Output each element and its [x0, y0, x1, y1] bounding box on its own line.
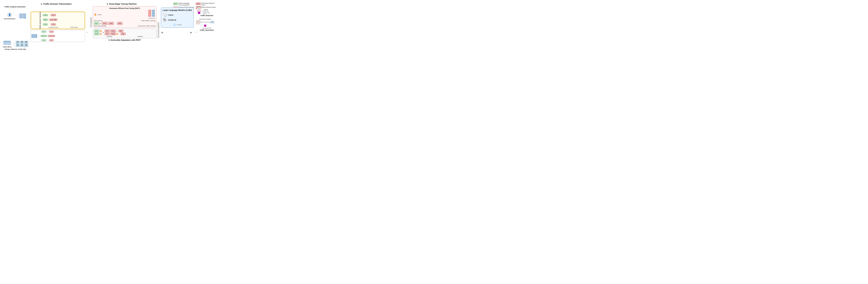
dashed-col-1: [ eos ] ⋮ Given the ⋮ [ cls ]: [40, 31, 47, 41]
d-eos-2: [ eos ]: [49, 31, 54, 33]
scenario-row-1: MTD WAD1 … BND: [105, 30, 126, 32]
svg-rect-2: [5, 41, 6, 42]
arrow-tokenizer-to-dual: →: [86, 31, 88, 34]
token-col-2: [ eos ] ⋮ ip.len 1360 ⋮ [ cls ]: [49, 14, 58, 26]
token-iplen: ip.len 1360: [49, 19, 58, 21]
m-cell-1: [148, 10, 151, 12]
d-cls-2: [ cls ]: [49, 39, 54, 41]
nlp-badge-main: NLP: [94, 22, 99, 25]
section-title-2: 2. Dual-Stage Tuning Pipeline: [107, 3, 137, 5]
bnd-s2: BND: [121, 33, 126, 35]
person-group: 👤 Security Experts: [4, 12, 16, 20]
malicious-box: 00000219: [197, 7, 201, 11]
wad-desc: Web Attack Detection Model: [202, 2, 217, 6]
input-cell-3: [31, 36, 34, 38]
devil-gen-icon: 😈: [204, 24, 207, 27]
token-eos-1: [ eos ]: [42, 14, 48, 16]
scenario-inner: NLP1 🔥 NLP2 🔥 +: [94, 30, 155, 35]
token-columns: [ eos ] ⋮ Given ⋮ [ cls ] [ eos ] ⋮ ip.l…: [42, 13, 84, 26]
p-tuning-label: P-tuning v2: [148, 17, 155, 19]
instr-box-2: [23, 13, 26, 16]
token-cls-2: [ cls ]: [51, 23, 56, 26]
peft-title: Parameter-Efficient Fine-Tuning (PEFT): [94, 7, 155, 9]
instruction-title: Traffic Analysis Instruction: [2, 6, 28, 8]
section3-title: 3. Extensible Adaptation with PEFT: [90, 39, 160, 41]
legend-nlp: NLP Natural Language Processing Model: [173, 2, 194, 6]
nlp1-badge: NLP1: [94, 30, 100, 32]
m-cell-2: [152, 10, 155, 12]
m-cell-4: [152, 12, 155, 14]
malicious-label: Malicious: [196, 6, 202, 7]
generation-top-row: Generated Samples 00000219 Red Teaming: [196, 19, 217, 27]
generated-label: Generated Samples: [199, 19, 211, 20]
red-teaming-label: Red Teaming: [200, 21, 211, 23]
peft-content: Parameter-Efficient Fine-Tuning (PEFT) 🔥…: [93, 6, 156, 38]
devil-icon: 😈: [197, 11, 200, 14]
traffic-row-2: 00000212 00000212 00000212: [16, 44, 28, 47]
traffic-box-3: 00000212: [24, 41, 28, 44]
peft-inner: 🔥 Tuned: [94, 10, 155, 19]
nlp2-row: NLP2 🔥: [94, 33, 102, 35]
d-dots-1: ⋮: [43, 33, 44, 35]
wad-badge-1: WAD: [108, 22, 114, 25]
plus-1: +: [100, 22, 101, 25]
svg-rect-3: [7, 41, 7, 42]
bnd-s1: BND: [118, 30, 123, 32]
chatglm-row: 🐘 ChatGLM: [163, 18, 192, 22]
svg-rect-4: [8, 41, 8, 42]
dots-s2: …: [119, 33, 120, 35]
scenario-badge-cols: MTD WAD1 … BND MTD WAD2 🔥: [105, 30, 126, 35]
token-dots-3: ⋮: [53, 17, 54, 18]
benign-out-label: Benign: [204, 9, 208, 10]
ml-ids-label: ML-based IDS: [196, 27, 217, 29]
traffic-tokens-label: Traffic Tokens: [70, 27, 78, 28]
peft-box: Parameter-Efficient Fine-Tuning (PEFT) 🔥…: [93, 6, 156, 28]
instruction-label: Traffic Analysis Instruction: [2, 6, 28, 8]
tokenizer-vert-label: Traffic-domain Tokenizer: [39, 12, 41, 29]
wad-badge: WAD: [196, 2, 201, 5]
malicious-group: Malicious 00000219 😈: [196, 6, 202, 14]
first-adapt-label: First Adaptation: [90, 17, 92, 28]
network-switch-icon: [3, 40, 11, 46]
token-dots-2: ⋮: [45, 21, 46, 23]
first-adapt-row: First Adaptation Parameter-Efficient Fin…: [90, 6, 160, 38]
security-experts-label: Security Experts: [4, 18, 16, 20]
nlp-desc: Natural Language Processing Model: [179, 2, 194, 6]
chatglm-name: ChatGLM: [168, 19, 176, 21]
d-eos-1: [ eos ]: [41, 31, 46, 33]
arrow-mirror-to-boxes: →: [12, 42, 15, 45]
token-eos-2: [ eos ]: [51, 14, 56, 16]
nlp1-row: NLP1 🔥: [94, 30, 102, 32]
dual-stage-panel: First Adaptation Parameter-Efficient Fin…: [90, 6, 160, 41]
switch-group: Traffic Mirror: [3, 40, 12, 48]
dashed-token-cols: [ eos ] ⋮ Given the ⋮ [ cls ] [ eos ] ⋮ …: [40, 31, 55, 41]
gen-items: 00000219 Red Teaming: [196, 21, 214, 24]
dots-badge-1: …: [115, 23, 116, 24]
traffic-box-1: 00000212: [16, 41, 20, 44]
plus-2: +: [103, 31, 104, 34]
new-scenario-vert: New Scenario Adaptation: [157, 6, 160, 38]
traffic-generation-lbl: Traffic Generation: [196, 29, 217, 31]
mtd-s1: MTD: [105, 30, 110, 32]
llama-emoji: 🦙: [163, 12, 167, 17]
traffic-box-2: 00000212: [20, 41, 24, 44]
svg-rect-14: [213, 22, 213, 22]
mtd-badge-1: MTD: [102, 22, 107, 25]
llm-title: Large Language Models (LLMs): [163, 9, 192, 11]
token-dots-1: ⋮: [45, 17, 46, 18]
traffic-detection-section: Malicious 00000219 😈 Benign 00000212 🔍 T…: [196, 6, 217, 17]
tokenizer-section: Traffic-domain Tokenizer [ eos ] ⋮ Given…: [31, 12, 85, 42]
generated-group: Generated Samples 00000219 Red Teaming: [196, 19, 214, 27]
d-dots-4: ⋮: [51, 37, 52, 39]
frozen-label: Frozen: [177, 24, 182, 26]
traffic-mirror-label: Traffic Mirror: [3, 46, 12, 48]
search-icon: 🔍: [207, 11, 210, 13]
bnd-badge-1: BND: [117, 22, 123, 25]
dashed-col-2: [ eos ] ⋮ ip.len 1360 ⋮ [ cls ]: [48, 31, 55, 41]
d-dots-3: ⋮: [51, 33, 52, 35]
fire-icon: 🔥: [94, 13, 97, 16]
updating-row: Updating Updating: [94, 36, 155, 37]
svg-rect-12: [211, 22, 212, 22]
d-iplen: ip.len 1360: [48, 35, 55, 37]
output-panel: Malicious 00000219 😈 Benign 00000212 🔍 T…: [196, 6, 217, 33]
